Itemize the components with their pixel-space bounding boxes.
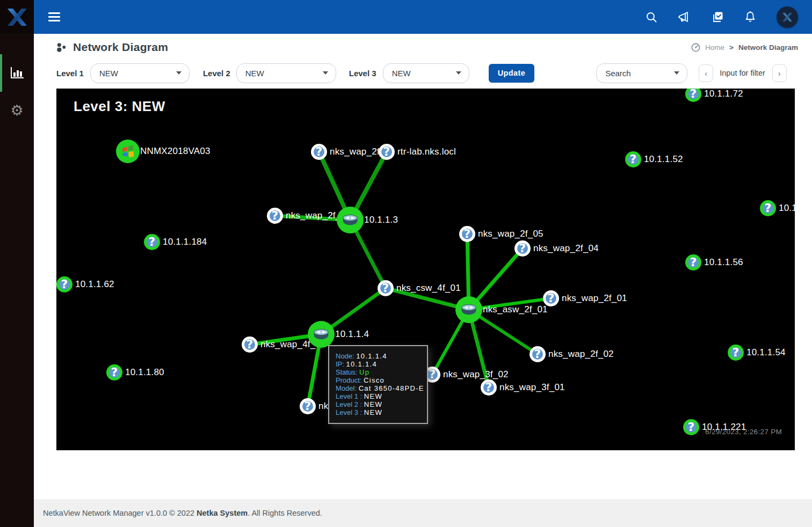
tooltip-label: Model: — [336, 384, 357, 392]
sidebar-item-settings[interactable]: ⚙ — [0, 92, 34, 129]
unknown-node-icon: ? — [379, 144, 395, 160]
search-icon[interactable] — [646, 11, 657, 23]
router-icon — [342, 214, 359, 226]
tooltip-status-value: Up — [359, 368, 369, 376]
unknown-node-icon: ? — [683, 419, 699, 435]
page-title: Network Diagram — [73, 41, 168, 54]
task-check-icon[interactable] — [712, 11, 724, 23]
footer: NetkaView Network Manager v1.0.0 © 2022 … — [34, 499, 812, 527]
tooltip-label: Product: — [336, 376, 361, 384]
question-mark-icon: ? — [548, 292, 555, 304]
node-label: 10.1.1.80 — [125, 367, 164, 378]
level1-select[interactable]: NEW — [90, 63, 190, 83]
question-mark-icon: ? — [316, 146, 323, 158]
gear-icon: ⚙ — [10, 104, 23, 118]
node-label: 10.1.1.52 — [644, 154, 683, 165]
question-mark-icon: ? — [111, 367, 118, 378]
level3-select[interactable]: NEW — [383, 63, 469, 83]
breadcrumb-separator: > — [729, 43, 734, 52]
question-mark-icon: ? — [382, 282, 389, 294]
unknown-node-icon: ? — [378, 280, 394, 296]
question-mark-icon: ? — [383, 146, 390, 158]
notification-bell-icon[interactable] — [744, 11, 756, 23]
unknown-node-icon: ? — [311, 144, 327, 160]
node-label: nks_asw_2f_01 — [483, 304, 548, 315]
announcement-icon[interactable] — [678, 11, 691, 23]
unknown-node-icon: ? — [728, 345, 744, 361]
topbar-actions — [646, 6, 798, 28]
question-mark-icon: ? — [534, 348, 541, 360]
unknown-node-icon: ? — [514, 240, 531, 257]
update-button[interactable]: Update — [489, 64, 535, 83]
question-mark-icon: ? — [630, 153, 637, 165]
level2-select[interactable]: NEW — [236, 63, 336, 83]
chevron-down-icon — [176, 71, 182, 75]
tooltip-value: Cisco — [364, 376, 385, 384]
question-mark-icon: ? — [429, 369, 436, 380]
netka-x-logo-icon — [5, 6, 29, 28]
question-mark-icon: ? — [247, 339, 253, 350]
node-label: nks_wap_2f_02 — [548, 349, 614, 360]
question-mark-icon: ? — [485, 382, 492, 393]
level1-value: NEW — [99, 69, 118, 78]
node-label: 10.1.1.4 — [335, 329, 369, 340]
unknown-node-icon: ? — [625, 151, 641, 167]
node-tooltip: Node: 10.1.1.4 IP: 10.1.1.4 Status: Up P… — [328, 345, 428, 424]
sidebar: ⚙ — [0, 0, 34, 527]
node-label: nks_wap_3f_02 — [443, 369, 509, 380]
question-mark-icon: ? — [61, 279, 68, 290]
question-mark-icon: ? — [690, 257, 697, 268]
unknown-node-icon: ? — [300, 398, 316, 414]
breadcrumb-home[interactable]: Home — [705, 43, 724, 52]
server-node-icon — [116, 140, 140, 163]
node-label: 10.1.1.3 — [364, 215, 398, 225]
app-logo[interactable] — [0, 0, 34, 34]
question-mark-icon: ? — [690, 89, 697, 100]
switch-node-icon — [337, 207, 364, 233]
unknown-node-icon: ? — [760, 200, 776, 216]
router-icon — [313, 328, 330, 341]
filter-toolbar: Level 1 NEW Level 2 NEW Level 3 NEW Upda… — [34, 61, 812, 85]
tooltip-label: Node: — [336, 352, 354, 360]
node-label: 10.1.1.184 — [163, 237, 207, 247]
avatar-x-icon — [781, 12, 793, 23]
unknown-node-icon: ? — [56, 276, 73, 292]
user-avatar[interactable] — [777, 6, 798, 28]
tooltip-value: NEW — [364, 400, 382, 408]
filter-hint-label: Input for filter — [720, 69, 765, 77]
unknown-node-icon: ? — [267, 208, 283, 224]
unknown-node-icon: ? — [144, 234, 160, 250]
node-label: 10.1.1.72 — [704, 89, 743, 99]
sidebar-item-dashboards[interactable] — [0, 54, 34, 92]
main-column: Network Diagram Home > Network Diagram L… — [34, 0, 812, 527]
node-label: 10.1.1.56 — [704, 257, 743, 268]
question-mark-icon: ? — [688, 421, 695, 433]
node-label: nks_wap_3f_01 — [499, 382, 565, 393]
prev-page-button[interactable]: ‹ — [699, 64, 713, 82]
switch-node-icon — [455, 296, 482, 323]
unknown-node-icon: ? — [530, 346, 546, 362]
node-label: nks_wap_2f_ — [330, 147, 385, 157]
search-select[interactable]: Search — [596, 63, 687, 83]
tooltip-label: Level 3 : — [336, 408, 362, 416]
network-canvas[interactable]: Level 3: NEW NNMX2018VA03?nks_wap_2f_?rt… — [56, 89, 795, 450]
switch-node-icon — [308, 321, 335, 348]
next-page-button[interactable]: › — [772, 64, 787, 82]
sidebar-nav: ⚙ — [0, 34, 34, 129]
tooltip-label: Level 1 : — [336, 392, 362, 400]
node-label: 10.1.1.54 — [746, 347, 786, 358]
level1-label: Level 1 — [56, 69, 84, 78]
unknown-node-icon: ? — [242, 336, 258, 353]
tooltip-value: 10.1.1.4 — [356, 352, 387, 360]
node-label: 10.1.1.1 — [779, 203, 795, 214]
menu-icon[interactable] — [48, 12, 60, 21]
level2-value: NEW — [245, 69, 264, 78]
question-mark-icon: ? — [272, 210, 279, 222]
chevron-down-icon — [323, 71, 328, 75]
unknown-node-icon: ? — [685, 254, 701, 270]
node-label: nks_wap_2f_01 — [562, 293, 627, 304]
page-header: Network Diagram Home > Network Diagram — [34, 34, 812, 61]
node-label: rtr-lab.nks.locl — [397, 147, 456, 157]
chevron-down-icon — [456, 71, 461, 75]
node-label: nks_wap_2f_05 — [478, 229, 543, 239]
